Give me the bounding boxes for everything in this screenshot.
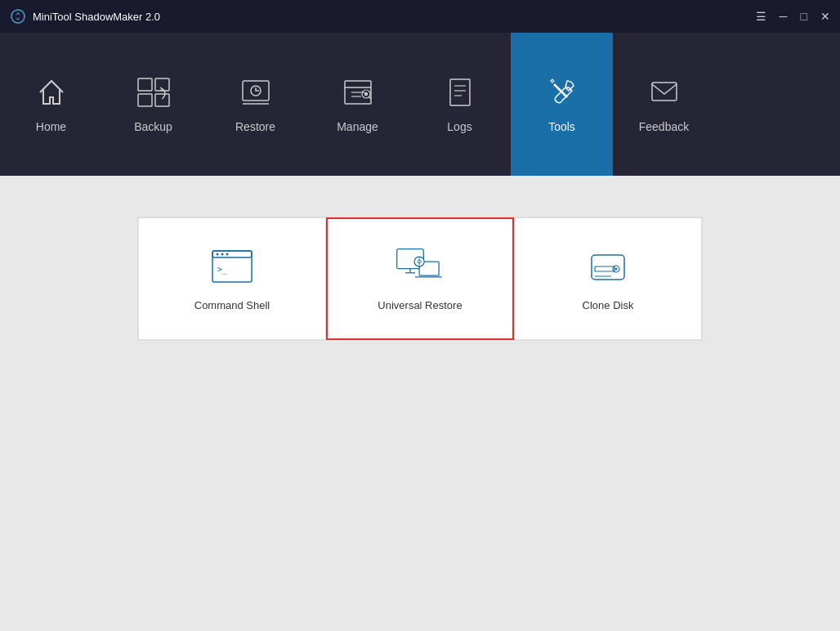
maximize-button[interactable]: □ [801, 11, 807, 22]
restore-icon [236, 73, 275, 112]
nav-item-feedback[interactable]: Feedback [613, 33, 715, 176]
svg-point-13 [364, 93, 367, 96]
svg-point-38 [615, 267, 618, 270]
manage-icon [338, 73, 378, 112]
svg-point-26 [226, 253, 229, 255]
nav-item-backup[interactable]: Backup [102, 33, 204, 176]
command-shell-label: Command Shell [194, 299, 270, 311]
nav-label-manage: Manage [337, 120, 378, 133]
svg-rect-15 [450, 79, 470, 105]
app-logo-icon [10, 8, 26, 25]
svg-point-0 [11, 10, 25, 23]
nav-item-tools[interactable]: Tools [511, 33, 613, 176]
nav-label-tools: Tools [548, 120, 575, 133]
universal-restore-label: Universal Restore [378, 299, 462, 311]
menu-button[interactable]: ☰ [756, 11, 766, 22]
svg-rect-3 [138, 94, 152, 106]
nav-label-restore: Restore [235, 120, 275, 133]
clone-disk-label: Clone Disk [583, 299, 634, 311]
tool-card-command-shell[interactable]: >_ Command Shell [138, 217, 326, 340]
universal-restore-icon [395, 247, 445, 288]
nav-label-home: Home [36, 120, 66, 133]
clone-disk-icon [583, 247, 632, 288]
tool-card-universal-restore[interactable]: Universal Restore [326, 217, 514, 340]
home-icon [32, 73, 71, 112]
app-title: MiniTool ShadowMaker 2.0 [33, 11, 160, 23]
nav-item-restore[interactable]: Restore [204, 33, 306, 176]
svg-rect-4 [155, 94, 169, 106]
navbar: Home Backup Restore [0, 33, 840, 176]
svg-rect-36 [595, 266, 614, 271]
titlebar-controls: ☰ ─ □ ✕ [756, 11, 830, 22]
command-shell-icon: >_ [208, 247, 257, 288]
svg-rect-21 [652, 83, 677, 101]
main-content: >_ Command Shell [0, 176, 840, 631]
nav-item-manage[interactable]: Manage [306, 33, 409, 176]
minimize-button[interactable]: ─ [780, 11, 788, 22]
logs-icon [440, 73, 480, 112]
svg-line-20 [554, 84, 567, 97]
nav-label-logs: Logs [447, 120, 471, 133]
titlebar-left: MiniTool ShadowMaker 2.0 [10, 8, 160, 25]
svg-text:>_: >_ [217, 265, 228, 275]
tool-card-clone-disk[interactable]: Clone Disk [514, 217, 702, 340]
titlebar: MiniTool ShadowMaker 2.0 ☰ ─ □ ✕ [0, 0, 840, 33]
svg-point-25 [221, 253, 224, 255]
backup-icon [134, 73, 173, 112]
tools-icon [543, 73, 582, 112]
nav-label-feedback: Feedback [639, 120, 689, 133]
tools-cards-container: >_ Command Shell [137, 217, 703, 341]
svg-point-24 [217, 253, 219, 255]
feedback-icon [645, 73, 684, 112]
close-button[interactable]: ✕ [820, 11, 830, 22]
svg-rect-1 [138, 78, 152, 91]
nav-label-backup: Backup [134, 120, 172, 133]
nav-item-logs[interactable]: Logs [409, 33, 511, 176]
nav-item-home[interactable]: Home [0, 33, 102, 176]
